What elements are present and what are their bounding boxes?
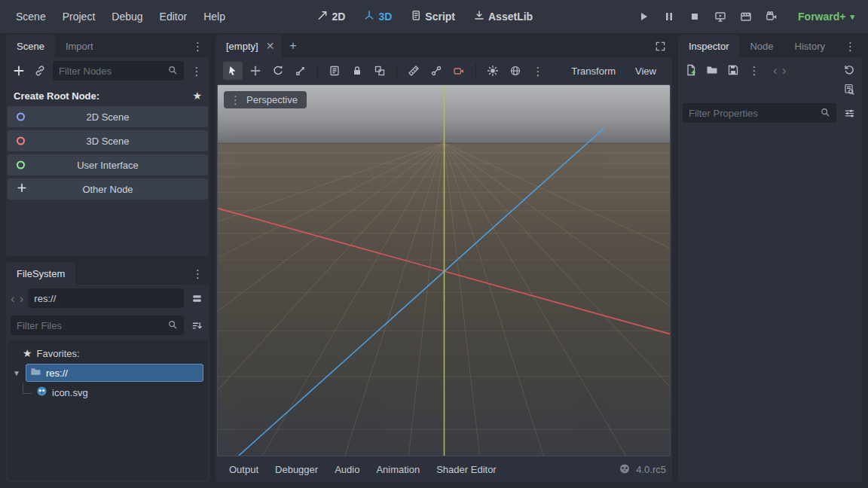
tab-node[interactable]: Node bbox=[739, 35, 784, 57]
ruler-tool-icon[interactable] bbox=[404, 62, 423, 80]
collapse-arrow-icon[interactable]: ▼ bbox=[12, 369, 21, 377]
skeleton-bone-icon[interactable] bbox=[426, 62, 446, 80]
tab-filesystem[interactable]: FileSystem bbox=[6, 262, 75, 285]
favorites-star-icon[interactable]: ★ bbox=[192, 90, 202, 102]
play-button[interactable] bbox=[634, 7, 653, 26]
filter-files-input[interactable]: Filter Files bbox=[11, 316, 184, 335]
version-info[interactable]: 4.0.rc5 bbox=[619, 462, 666, 477]
menu-debug[interactable]: Debug bbox=[103, 7, 151, 26]
renderer-selector[interactable]: Forward+ ▾ bbox=[792, 8, 860, 26]
inspector-empty-area bbox=[678, 127, 862, 482]
scene-dock-toolbar: Filter Nodes ⋮ bbox=[6, 57, 209, 84]
load-resource-folder-icon[interactable] bbox=[704, 62, 720, 78]
scene-dock-tabs: Scene Import ⋮ bbox=[6, 35, 209, 57]
bottom-tab-audio[interactable]: Audio bbox=[327, 460, 367, 479]
assetlib-download-icon bbox=[473, 10, 484, 23]
object-history-icon[interactable] bbox=[841, 62, 857, 78]
perspective-menu-button[interactable]: ⋮ Perspective bbox=[224, 91, 307, 108]
movie-maker-button[interactable] bbox=[762, 7, 781, 26]
inspector-dock-menu-icon[interactable]: ⋮ bbox=[839, 35, 862, 57]
3d-viewport[interactable]: ⋮ Perspective bbox=[217, 84, 671, 456]
filter-nodes-input[interactable]: Filter Nodes bbox=[53, 61, 184, 81]
current-path-value: res:// bbox=[34, 293, 178, 304]
workspace-switcher: 2D 3D Script AssetLib bbox=[310, 0, 540, 33]
new-resource-icon[interactable] bbox=[683, 62, 699, 78]
bottom-tab-debugger[interactable]: Debugger bbox=[267, 460, 326, 479]
transform-menu[interactable]: Transform bbox=[563, 63, 624, 80]
tree-item-res-root[interactable]: ▼ res:// bbox=[9, 363, 206, 383]
tree-item-icon-svg[interactable]: icon.svg bbox=[9, 383, 206, 402]
scene-dock-menu-icon[interactable]: ⋮ bbox=[186, 35, 209, 57]
sun-environment-menu-dots[interactable]: ⋮ bbox=[528, 62, 548, 80]
display-mode-toggle-icon[interactable] bbox=[188, 290, 205, 307]
editor-main-area: Scene Import ⋮ Filter Nodes bbox=[0, 33, 868, 488]
menu-scene[interactable]: Scene bbox=[8, 7, 54, 26]
play-custom-scene-button[interactable] bbox=[736, 7, 756, 26]
create-other-node-button[interactable]: Other Node bbox=[8, 178, 208, 200]
create-2d-scene-button[interactable]: 2D Scene bbox=[8, 106, 208, 127]
tab-scene[interactable]: Scene bbox=[6, 35, 55, 57]
menu-help[interactable]: Help bbox=[195, 7, 234, 26]
filter-properties-input[interactable]: Filter Properties bbox=[683, 103, 836, 123]
inspector-toolbar: ⋮ ‹ › bbox=[678, 57, 862, 81]
inspector-filter-row: Filter Properties bbox=[678, 99, 862, 127]
close-icon[interactable]: ✕ bbox=[266, 40, 275, 52]
inspector-docs-row bbox=[678, 81, 862, 99]
expand-viewport-icon[interactable] bbox=[649, 35, 672, 57]
2d-scene-node-icon bbox=[17, 113, 25, 121]
create-user-interface-button[interactable]: User Interface bbox=[8, 154, 208, 175]
sort-files-icon[interactable] bbox=[188, 317, 205, 334]
workspace-2d-button[interactable]: 2D bbox=[310, 6, 353, 27]
workspace-script-button[interactable]: Script bbox=[403, 6, 462, 27]
list-select-tool-button[interactable] bbox=[325, 62, 344, 80]
tab-import[interactable]: Import bbox=[55, 35, 104, 57]
menu-editor[interactable]: Editor bbox=[151, 7, 196, 26]
preview-environment-icon[interactable] bbox=[506, 62, 525, 80]
play-scene-button[interactable] bbox=[711, 7, 730, 26]
menu-project[interactable]: Project bbox=[54, 7, 104, 26]
property-tune-icon[interactable] bbox=[841, 105, 857, 121]
bottom-tab-animation[interactable]: Animation bbox=[368, 460, 427, 479]
search-icon bbox=[167, 65, 178, 78]
add-node-button[interactable] bbox=[11, 63, 27, 79]
scene-tab-empty[interactable]: [empty] ✕ bbox=[215, 35, 282, 57]
scale-tool-button[interactable] bbox=[291, 62, 310, 80]
current-path-field[interactable]: res:// bbox=[28, 288, 184, 308]
pause-button[interactable] bbox=[659, 7, 679, 26]
filesystem-nav-row: ‹ › res:// bbox=[6, 285, 209, 312]
filesystem-dock-menu-icon[interactable]: ⋮ bbox=[186, 262, 209, 285]
history-forward-icon[interactable]: › bbox=[20, 292, 24, 305]
history-back-icon[interactable]: ‹ bbox=[11, 292, 15, 305]
scene-tree-menu-icon[interactable]: ⋮ bbox=[188, 63, 205, 79]
workspace-3d-button[interactable]: 3D bbox=[356, 6, 399, 27]
tab-inspector[interactable]: Inspector bbox=[678, 35, 739, 57]
godot-logo-icon bbox=[619, 462, 631, 477]
group-icon[interactable] bbox=[370, 62, 390, 80]
select-tool-button[interactable] bbox=[223, 62, 243, 80]
resource-menu-dots-icon[interactable]: ⋮ bbox=[746, 62, 763, 78]
selected-folder-row[interactable]: res:// bbox=[26, 364, 203, 382]
move-tool-button[interactable] bbox=[246, 62, 265, 80]
stop-button[interactable] bbox=[685, 7, 704, 26]
edit-back-icon[interactable]: ‹ bbox=[773, 64, 778, 77]
instance-scene-link-icon[interactable] bbox=[32, 63, 48, 79]
filesystem-dock: FileSystem ⋮ ‹ › res:// bbox=[6, 262, 209, 482]
rotate-tool-button[interactable] bbox=[268, 62, 288, 80]
edit-forward-icon[interactable]: › bbox=[782, 64, 787, 77]
camera-override-icon[interactable] bbox=[449, 62, 469, 80]
save-resource-icon[interactable] bbox=[725, 62, 741, 78]
new-scene-tab-button[interactable]: + bbox=[282, 35, 304, 57]
viewport-panel: ⋮ Transform View bbox=[215, 57, 672, 482]
search-docs-icon[interactable] bbox=[841, 81, 857, 98]
workspace-assetlib-button[interactable]: AssetLib bbox=[466, 6, 539, 27]
favorites-row[interactable]: ★ Favorites: bbox=[9, 343, 206, 363]
preview-sun-icon[interactable] bbox=[483, 62, 503, 80]
view-menu[interactable]: View bbox=[627, 63, 665, 80]
2d-icon bbox=[317, 10, 329, 23]
create-3d-scene-button[interactable]: 3D Scene bbox=[8, 130, 208, 151]
bottom-tab-shader-editor[interactable]: Shader Editor bbox=[429, 460, 504, 479]
bottom-tab-output[interactable]: Output bbox=[222, 460, 266, 479]
scene-dock-panel: Filter Nodes ⋮ Create Root Node: ★ bbox=[6, 57, 209, 256]
lock-icon[interactable] bbox=[347, 62, 367, 80]
tab-history[interactable]: History bbox=[784, 35, 836, 57]
